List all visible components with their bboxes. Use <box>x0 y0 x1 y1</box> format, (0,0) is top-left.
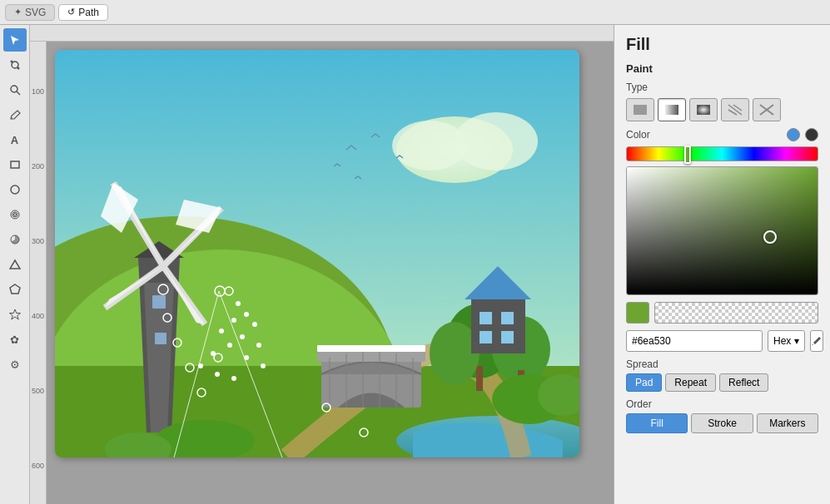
svg-point-60 <box>244 312 249 317</box>
tab-path[interactable]: ↺ Path <box>58 4 108 21</box>
svg-point-65 <box>256 343 261 348</box>
canvas-area: 100 200 300 400 500 600 700 800 100 200 … <box>30 25 614 504</box>
svg-rect-46 <box>480 331 492 343</box>
gradient-cursor[interactable] <box>684 146 691 164</box>
svg-rect-38 <box>476 366 483 391</box>
order-tabs: Fill Stroke Markers <box>626 413 818 433</box>
order-markers-tab[interactable]: Markers <box>757 413 818 433</box>
svg-rect-47 <box>501 331 514 343</box>
svg-marker-11 <box>10 260 20 269</box>
svg-point-67 <box>211 351 216 356</box>
svg-point-64 <box>240 334 245 339</box>
svg-rect-42 <box>471 299 525 353</box>
pie-tool-btn[interactable] <box>3 228 27 251</box>
polygon-tool-btn[interactable] <box>3 278 27 301</box>
gradient-bar[interactable] <box>626 146 818 161</box>
type-radial-btn[interactable] <box>689 98 718 121</box>
canvas-viewport[interactable] <box>47 42 614 504</box>
svg-point-2 <box>17 67 19 70</box>
svg-rect-57 <box>152 295 166 309</box>
svg-point-3 <box>11 86 17 92</box>
zoom-tool-btn[interactable] <box>3 78 27 101</box>
type-label: Type <box>614 78 830 95</box>
select-tool-btn[interactable] <box>3 28 27 52</box>
svg-point-0 <box>12 62 18 68</box>
color-picker-circle[interactable] <box>763 230 777 244</box>
svg-point-61 <box>231 318 236 323</box>
spiral-tool-btn[interactable] <box>3 203 27 226</box>
text-tool-btn[interactable]: A <box>3 128 27 151</box>
svg-point-62 <box>252 322 257 327</box>
ruler-top: 100 200 300 400 500 600 700 800 <box>30 25 614 42</box>
spread-pad-btn[interactable]: Pad <box>626 373 662 392</box>
hex-format-label: Hex <box>773 335 791 347</box>
svg-rect-93 <box>697 105 710 115</box>
svg-rect-45 <box>501 312 514 324</box>
order-fill-tab[interactable]: Fill <box>626 413 688 433</box>
type-swatch-btn[interactable] <box>753 98 781 121</box>
panel-title: Fill <box>614 25 830 59</box>
svg-illustration <box>55 50 579 457</box>
svg-point-63 <box>219 329 224 334</box>
settings-tool-btn[interactable]: ⚙ <box>3 353 27 376</box>
tab-path-label: Path <box>78 7 99 18</box>
star-tool-btn[interactable] <box>3 303 27 326</box>
svg-point-59 <box>236 301 241 306</box>
svg-rect-30 <box>317 345 425 352</box>
svg-point-8 <box>12 212 17 217</box>
left-toolbar: A ✿ ⚙ <box>0 25 30 504</box>
gear-tool-btn[interactable]: ✿ <box>3 328 27 351</box>
color-row: Color <box>614 125 830 145</box>
svg-rect-5 <box>11 161 19 168</box>
top-toolbar: ✦ SVG ↺ Path <box>0 0 830 25</box>
ruler-left: 100 200 300 400 500 600 <box>30 42 47 504</box>
main-area: A ✿ ⚙ 100 200 300 <box>0 25 830 504</box>
spread-label: Spread <box>626 358 818 370</box>
svg-line-4 <box>17 91 20 95</box>
triangle-tool-btn[interactable] <box>3 253 27 276</box>
svg-icon: ✦ <box>14 7 22 17</box>
color-picker-gradient <box>627 167 818 294</box>
svg-point-66 <box>227 343 232 348</box>
color-swatch-dark[interactable] <box>805 128 818 141</box>
svg-rect-92 <box>665 105 678 115</box>
svg-marker-12 <box>10 284 20 294</box>
tab-svg[interactable]: ✦ SVG <box>5 4 55 21</box>
svg-point-9 <box>13 214 16 216</box>
color-picker[interactable] <box>626 166 818 295</box>
selected-color-row <box>626 302 818 324</box>
spread-repeat-btn[interactable]: Repeat <box>665 373 716 392</box>
svg-point-68 <box>244 355 249 360</box>
pencil-tool-btn[interactable] <box>3 103 27 126</box>
svg-point-17 <box>392 121 467 170</box>
hex-row: Hex ▾ <box>614 327 830 355</box>
color-label: Color <box>626 129 782 141</box>
svg-point-71 <box>215 372 220 377</box>
type-linear-btn[interactable] <box>658 98 686 121</box>
tab-svg-label: SVG <box>25 7 46 18</box>
order-section: Order Fill Stroke Markers <box>614 393 830 437</box>
svg-point-6 <box>11 185 19 194</box>
chevron-down-icon: ▾ <box>794 335 799 347</box>
right-panel: Fill Paint Type Color <box>614 25 830 504</box>
order-stroke-tab[interactable]: Stroke <box>691 413 753 433</box>
eyedropper-btn[interactable] <box>810 330 823 352</box>
spread-reflect-btn[interactable]: Reflect <box>719 373 768 392</box>
hex-format-select[interactable]: Hex ▾ <box>768 330 805 352</box>
type-pattern-btn[interactable] <box>721 98 749 121</box>
circle-tool-btn[interactable] <box>3 178 27 201</box>
node-tool-btn[interactable] <box>3 53 27 77</box>
svg-rect-91 <box>634 105 647 115</box>
order-label: Order <box>626 398 818 410</box>
selected-color-swatch[interactable] <box>626 302 649 324</box>
paint-section-title: Paint <box>614 59 830 78</box>
path-icon: ↺ <box>67 7 75 17</box>
rect-tool-btn[interactable] <box>3 153 27 176</box>
color-swatch-blue[interactable] <box>787 128 800 141</box>
svg-point-16 <box>455 112 538 170</box>
svg-point-69 <box>261 363 266 368</box>
svg-rect-58 <box>155 333 166 344</box>
type-flat-btn[interactable] <box>626 98 654 121</box>
hex-input[interactable] <box>626 330 763 352</box>
svg-point-70 <box>198 363 203 368</box>
